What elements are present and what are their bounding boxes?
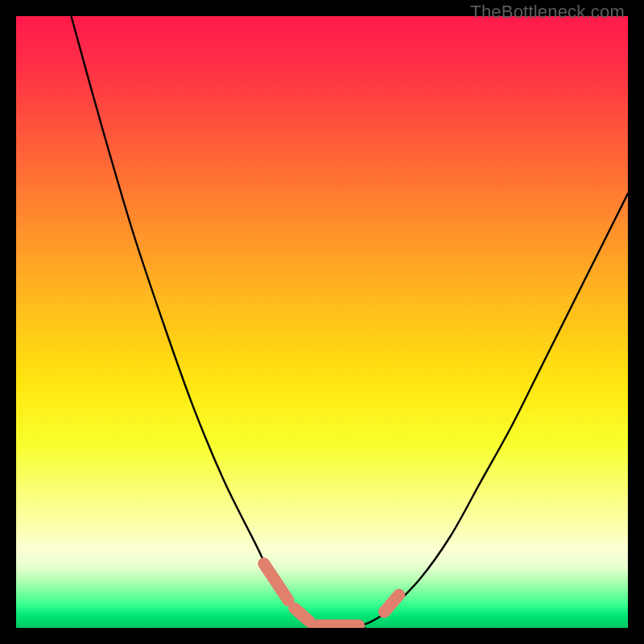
highlight-markers <box>264 564 399 625</box>
highlight-marker-0 <box>264 564 288 601</box>
bottleneck-curve <box>71 16 628 628</box>
curve-layer <box>16 16 628 628</box>
watermark-text: TheBottleneck.com <box>470 2 625 23</box>
curve-right-branch <box>353 193 628 628</box>
curve-left-branch <box>71 16 322 628</box>
highlight-marker-1 <box>295 609 310 622</box>
plot-area <box>16 16 628 628</box>
outer-frame: TheBottleneck.com <box>0 0 644 644</box>
highlight-marker-3 <box>385 595 399 612</box>
